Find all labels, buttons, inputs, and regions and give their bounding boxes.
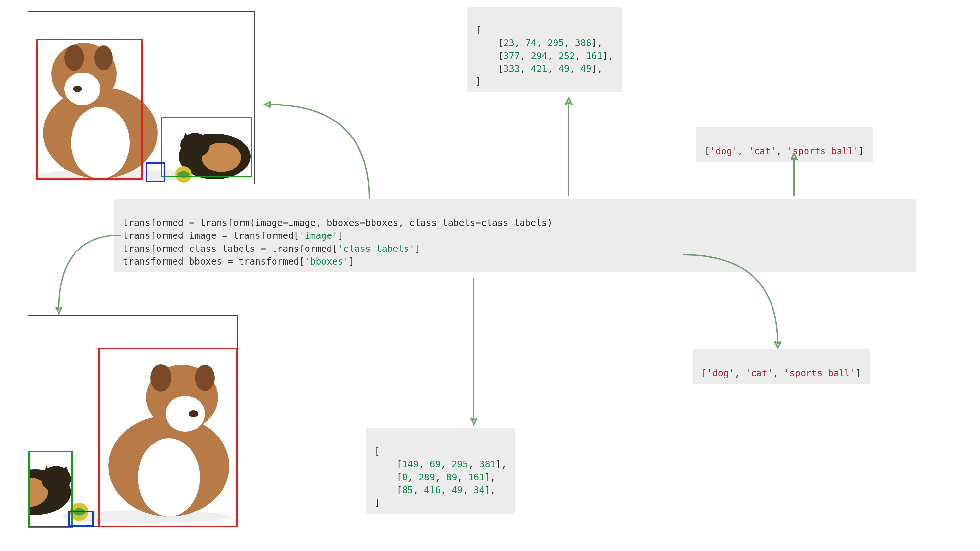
code-line-3-string: 'class_labels' — [337, 243, 415, 254]
v: 49 — [452, 485, 463, 495]
code-line-2-string: 'image' — [299, 230, 337, 241]
input-bbox-dog — [36, 38, 143, 179]
v: 'sports ball' — [787, 146, 859, 156]
t: , — [520, 51, 531, 61]
v: 388 — [575, 38, 592, 48]
t: ], — [485, 472, 496, 483]
output-bbox-dog — [99, 348, 237, 527]
t: [ — [396, 472, 402, 483]
t: , — [738, 146, 749, 156]
t: ] — [856, 368, 861, 378]
t: [ — [396, 459, 402, 470]
input-bboxes-open: [ — [476, 25, 481, 36]
output-bboxes-close: ] — [374, 497, 380, 508]
v: 252 — [558, 51, 575, 61]
v: 85 — [402, 485, 413, 495]
t: [ — [701, 368, 707, 378]
t: , — [463, 485, 474, 495]
t: , — [418, 459, 430, 470]
t: , — [776, 146, 787, 156]
v: 149 — [402, 459, 418, 470]
t: ], — [592, 38, 603, 48]
v: 295 — [547, 38, 564, 48]
output-bbox-sports-ball — [68, 511, 94, 527]
output-image — [28, 315, 237, 527]
t: , — [575, 51, 586, 61]
v: 'cat' — [745, 368, 773, 378]
t: , — [520, 64, 531, 74]
code-line-2a: transformed_image = transformed[ — [123, 230, 299, 241]
output-bboxes-open: [ — [374, 446, 380, 457]
v: 294 — [531, 51, 548, 61]
t: [ — [498, 64, 503, 74]
v: 381 — [479, 459, 496, 470]
t: , — [413, 485, 424, 495]
v: 23 — [503, 38, 514, 48]
v: 49 — [581, 64, 592, 74]
t: ] — [859, 146, 864, 156]
v: 333 — [503, 64, 520, 74]
v: 295 — [452, 459, 468, 470]
t: ], — [496, 459, 507, 470]
output-labels-block: ['dog', 'cat', 'sports ball'] — [693, 349, 870, 384]
v: 'dog' — [707, 368, 734, 378]
v: 0 — [402, 472, 407, 483]
t: ], — [485, 485, 496, 495]
t: [ — [498, 38, 503, 48]
t: ], — [592, 64, 603, 74]
diagram-stage: transformed = transform(image=image, bbo… — [0, 0, 980, 551]
v: 161 — [468, 472, 485, 483]
arrow-to-output-image — [59, 235, 121, 310]
v: 34 — [474, 485, 485, 495]
t: , — [547, 51, 558, 61]
t: [ — [498, 51, 503, 61]
t: , — [457, 472, 468, 483]
output-bboxes-block: [ [149, 69, 295, 381], [0, 289, 89, 161]… — [366, 428, 515, 514]
t: , — [564, 38, 575, 48]
t: ], — [603, 51, 614, 61]
code-line-2c: ] — [337, 230, 343, 241]
v: 74 — [525, 38, 536, 48]
code-line-4-string: 'bboxes' — [305, 256, 349, 267]
code-line-4a: transformed_bboxes = transformed[ — [123, 256, 305, 267]
code-line-1: transformed = transform(image=image, bbo… — [123, 218, 552, 228]
v: 89 — [446, 472, 457, 483]
input-bbox-sports-ball — [146, 162, 165, 182]
main-code-block: transformed = transform(image=image, bbo… — [115, 199, 916, 272]
v: 421 — [531, 64, 548, 74]
t: , — [773, 368, 784, 378]
input-bboxes-block: [ [23, 74, 295, 388], [377, 294, 252, 16… — [467, 6, 622, 92]
v: 'sports ball' — [784, 368, 856, 378]
t: , — [536, 38, 547, 48]
v: 416 — [424, 485, 441, 495]
t: , — [514, 38, 525, 48]
t: , — [435, 472, 446, 483]
code-line-4c: ] — [349, 256, 354, 267]
v: 'cat' — [749, 146, 776, 156]
t: [ — [396, 485, 402, 495]
t: , — [468, 459, 479, 470]
v: 49 — [558, 64, 570, 74]
v: 'dog' — [710, 146, 738, 156]
code-line-3a: transformed_class_labels = transformed[ — [123, 243, 337, 254]
input-bboxes-close: ] — [476, 76, 481, 87]
code-line-3c: ] — [415, 243, 420, 254]
v: 69 — [430, 459, 441, 470]
t: , — [734, 368, 745, 378]
t: , — [407, 472, 418, 483]
input-bbox-cat — [161, 117, 252, 177]
t: , — [441, 459, 452, 470]
v: 161 — [586, 51, 603, 61]
t: , — [547, 64, 558, 74]
t: , — [570, 64, 581, 74]
input-labels-block: ['dog', 'cat', 'sports ball'] — [696, 127, 873, 162]
arrow-to-input-image — [268, 105, 369, 199]
t: [ — [705, 146, 710, 156]
t: , — [441, 485, 452, 495]
v: 289 — [418, 472, 435, 483]
output-bbox-cat — [29, 451, 73, 529]
input-image — [28, 11, 255, 184]
v: 377 — [503, 51, 520, 61]
